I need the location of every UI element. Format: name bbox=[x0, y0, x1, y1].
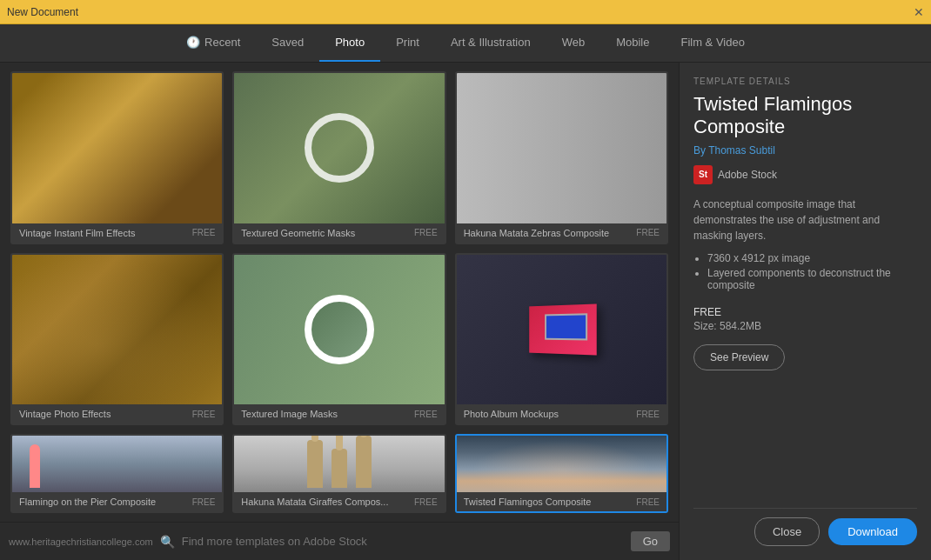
card-badge: FREE bbox=[192, 497, 216, 507]
card-footer: Textured Geometric Masks FREE bbox=[234, 223, 444, 243]
textured-geo-thumbnail bbox=[234, 73, 444, 223]
search-url: www.heritagechristiancollege.com bbox=[9, 537, 153, 547]
card-footer: Photo Album Mockups FREE bbox=[457, 404, 666, 423]
card-badge: FREE bbox=[414, 497, 438, 507]
card-footer: Vintage Photo Effects FREE bbox=[12, 404, 222, 423]
author-name: Thomas Subtil bbox=[708, 144, 775, 157]
vintage-photo-thumbnail bbox=[12, 255, 222, 405]
card-title: Twisted Flamingos Composite bbox=[464, 497, 592, 507]
card-title: Hakuna Matata Giraffes Compos... bbox=[241, 497, 388, 507]
template-size-label: Size: 584.2MB bbox=[693, 320, 917, 332]
template-grid: Vintage Instant Film Effects FREE Textur… bbox=[0, 63, 679, 522]
card-footer: Twisted Flamingos Composite FREE bbox=[457, 492, 666, 511]
card-badge: FREE bbox=[192, 410, 216, 419]
card-title: Hakuna Matata Zebras Composite bbox=[464, 228, 610, 238]
template-card-textured-geo[interactable]: Textured Geometric Masks FREE bbox=[232, 71, 445, 244]
giraffe-1 bbox=[307, 440, 323, 488]
close-dialog-button[interactable]: Close bbox=[754, 517, 820, 546]
giraffes-thumbnail bbox=[234, 436, 444, 492]
card-image bbox=[12, 255, 222, 405]
search-go-button[interactable]: Go bbox=[631, 531, 670, 551]
see-preview-button[interactable]: See Preview bbox=[693, 344, 785, 370]
template-card-flamingo-pier[interactable]: Flamingo on the Pier Composite FREE bbox=[10, 434, 224, 513]
card-badge: FREE bbox=[414, 228, 438, 237]
tab-recent[interactable]: 🕐 Recent bbox=[171, 24, 256, 62]
author-prefix: By bbox=[693, 144, 708, 157]
title-bar-text: New Document bbox=[7, 6, 78, 18]
adobe-stock-icon: St bbox=[693, 165, 713, 184]
feature-item: Layered components to deconstruct the co… bbox=[707, 267, 917, 291]
tab-art-illustration[interactable]: Art & Illustration bbox=[435, 24, 546, 62]
tab-mobile[interactable]: Mobile bbox=[600, 24, 665, 62]
title-bar: New Document ✕ bbox=[0, 0, 931, 24]
giraffe-neck-3 bbox=[360, 436, 367, 437]
card-image bbox=[457, 255, 666, 405]
tab-web[interactable]: Web bbox=[546, 24, 601, 62]
tab-print[interactable]: Print bbox=[380, 24, 435, 62]
right-panel: TEMPLATE DETAILS Twisted Flamingos Compo… bbox=[679, 63, 931, 560]
nav-tabs: 🕐 Recent Saved Photo Print Art & Illustr… bbox=[0, 24, 931, 63]
tab-photo[interactable]: Photo bbox=[319, 24, 380, 62]
template-features: 7360 x 4912 px image Layered components … bbox=[693, 252, 917, 294]
textured-image-thumbnail bbox=[234, 255, 444, 405]
giraffe-3 bbox=[356, 436, 372, 488]
search-icon: 🔍 bbox=[160, 535, 175, 549]
card-footer: Hakuna Matata Giraffes Compos... FREE bbox=[234, 492, 444, 511]
card-footer: Textured Image Masks FREE bbox=[234, 404, 444, 423]
feature-item: 7360 x 4912 px image bbox=[707, 252, 917, 264]
photo-album-thumbnail bbox=[457, 255, 666, 405]
circle-overlay bbox=[305, 113, 374, 183]
giraffe-neck-2 bbox=[336, 436, 343, 450]
template-card-hakuna-giraffe[interactable]: Hakuna Matata Giraffes Compos... FREE bbox=[232, 434, 445, 513]
card-title: Textured Image Masks bbox=[241, 409, 338, 419]
vintage-film-thumbnail bbox=[12, 73, 222, 223]
flamingo-art bbox=[30, 444, 40, 488]
flamingo-pier-thumbnail bbox=[12, 436, 222, 492]
album-art bbox=[530, 303, 597, 355]
twisted-flamingos-thumbnail bbox=[457, 436, 666, 492]
adobe-stock-label: Adobe Stock bbox=[718, 169, 777, 181]
tab-film-video[interactable]: Film & Video bbox=[665, 24, 760, 62]
template-card-twisted-flamingos[interactable]: Twisted Flamingos Composite FREE bbox=[455, 434, 668, 513]
card-title: Photo Album Mockups bbox=[464, 409, 559, 419]
tab-saved[interactable]: Saved bbox=[256, 24, 319, 62]
template-card-vintage-photo[interactable]: Vintage Photo Effects FREE bbox=[10, 253, 224, 426]
close-window-button[interactable]: ✕ bbox=[914, 6, 924, 18]
template-card-photo-album[interactable]: Photo Album Mockups FREE bbox=[455, 253, 668, 426]
template-card-vintage-film[interactable]: Vintage Instant Film Effects FREE bbox=[10, 71, 224, 244]
card-image bbox=[12, 436, 222, 492]
template-title: Twisted Flamingos Composite bbox=[693, 93, 917, 139]
template-card-hakuna-zebra[interactable]: Hakuna Matata Zebras Composite FREE bbox=[455, 71, 668, 244]
card-title: Vintage Instant Film Effects bbox=[19, 228, 136, 238]
card-title: Vintage Photo Effects bbox=[19, 409, 111, 419]
card-image bbox=[457, 436, 666, 492]
card-image bbox=[234, 73, 444, 223]
giraffe-neck-1 bbox=[311, 436, 318, 442]
album-blue-page bbox=[545, 313, 587, 340]
card-badge: FREE bbox=[636, 497, 660, 507]
giraffe-2 bbox=[332, 449, 347, 488]
search-input[interactable] bbox=[182, 535, 624, 548]
card-image bbox=[234, 436, 444, 492]
card-title: Textured Geometric Masks bbox=[241, 228, 355, 238]
template-author: By Thomas Subtil bbox=[693, 144, 917, 157]
hakuna-zebra-thumbnail bbox=[457, 73, 666, 223]
template-card-textured-image[interactable]: Textured Image Masks FREE bbox=[232, 253, 445, 426]
card-image bbox=[457, 73, 666, 223]
card-badge: FREE bbox=[414, 410, 438, 419]
card-title: Flamingo on the Pier Composite bbox=[19, 497, 156, 507]
template-details-label: TEMPLATE DETAILS bbox=[693, 77, 917, 86]
card-image bbox=[234, 255, 444, 405]
recent-icon: 🕐 bbox=[186, 36, 200, 49]
download-button[interactable]: Download bbox=[828, 518, 917, 545]
circle-art bbox=[305, 295, 374, 364]
card-footer: Hakuna Matata Zebras Composite FREE bbox=[457, 223, 666, 243]
grid-area: Vintage Instant Film Effects FREE Textur… bbox=[0, 63, 679, 560]
main-content: Vintage Instant Film Effects FREE Textur… bbox=[0, 63, 931, 560]
template-price-label: FREE bbox=[693, 306, 917, 318]
search-bar: www.heritagechristiancollege.com 🔍 Go bbox=[0, 522, 679, 560]
card-badge: FREE bbox=[636, 410, 660, 419]
card-footer: Vintage Instant Film Effects FREE bbox=[12, 223, 222, 243]
adobe-stock-row: St Adobe Stock bbox=[693, 165, 917, 184]
card-footer: Flamingo on the Pier Composite FREE bbox=[12, 492, 222, 511]
